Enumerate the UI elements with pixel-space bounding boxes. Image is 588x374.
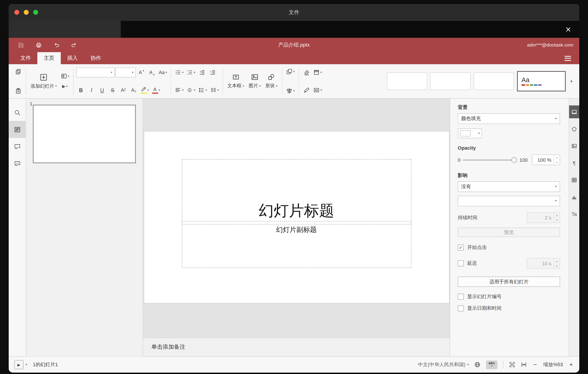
theme-gallery-expand-button[interactable]: ▾: [567, 79, 576, 83]
font-size-select[interactable]: ▾: [115, 67, 136, 77]
insert-textbox-button[interactable]: 文本框▾: [225, 72, 246, 90]
color-scheme-button[interactable]: ▾: [312, 67, 323, 78]
fit-to-width-button[interactable]: [521, 362, 527, 368]
image-settings-tab[interactable]: [569, 139, 579, 152]
align-objects-button[interactable]: ▾: [285, 86, 296, 96]
slide-thumbnail[interactable]: [33, 105, 136, 163]
theme-thumbnail[interactable]: [430, 72, 471, 90]
theme-thumbnail-selected[interactable]: Aa: [517, 71, 566, 91]
start-on-click-checkbox[interactable]: ✓: [458, 244, 464, 251]
duration-spinner[interactable]: 2 s ▴▾: [527, 212, 560, 223]
start-slideshow-status-button[interactable]: ▶: [14, 360, 23, 369]
clear-style-button[interactable]: [302, 67, 311, 78]
apply-to-all-slides-button[interactable]: 适用于所有幻灯片: [458, 277, 560, 287]
spinner-down-icon[interactable]: ▾: [554, 263, 560, 268]
show-date-time-checkbox[interactable]: [458, 305, 464, 311]
redo-button[interactable]: [68, 40, 80, 50]
effect-select[interactable]: 没有 ▾: [458, 181, 560, 192]
spinner-down-icon[interactable]: ▾: [554, 160, 560, 165]
traffic-light-minimize[interactable]: [24, 10, 29, 15]
columns-button[interactable]: ▾: [209, 85, 220, 95]
fill-color-select[interactable]: ▾: [458, 128, 482, 138]
slide[interactable]: 幻灯片标题 幻灯片副标题: [144, 132, 449, 303]
chart-settings-tab[interactable]: [569, 190, 579, 203]
paragraph-settings-tab[interactable]: ¶: [569, 156, 579, 169]
spinner-up-icon[interactable]: ▴: [554, 213, 560, 218]
menu-button[interactable]: [563, 54, 572, 62]
tab-collaboration[interactable]: 协作: [84, 52, 108, 64]
slide-subtitle-placeholder[interactable]: 幻灯片副标题: [182, 221, 411, 268]
table-settings-tab[interactable]: [569, 173, 579, 186]
copy-button[interactable]: [13, 66, 23, 77]
copy-style-button[interactable]: [302, 85, 311, 95]
slides-panel-button[interactable]: [9, 121, 26, 138]
slide-size-button[interactable]: ▾: [312, 85, 323, 95]
shape-settings-tab[interactable]: [569, 122, 579, 135]
background-fill-select[interactable]: 颜色填充 ▾: [458, 113, 560, 124]
opacity-spinner[interactable]: 100 % ▴▾: [532, 154, 560, 165]
theme-thumbnail[interactable]: [474, 72, 514, 90]
arrange-objects-button[interactable]: ▾: [285, 66, 296, 77]
zoom-out-button[interactable]: −: [533, 361, 538, 368]
chat-button[interactable]: [9, 155, 26, 172]
search-button[interactable]: [9, 104, 26, 121]
slide-title-placeholder[interactable]: 幻灯片标题: [182, 159, 411, 224]
save-button[interactable]: [15, 40, 27, 50]
decrease-font-button[interactable]: A▾: [147, 67, 157, 78]
delay-spinner[interactable]: 10 s ▴▾: [527, 258, 560, 269]
vertical-align-button[interactable]: ▾: [185, 85, 196, 95]
set-language-button[interactable]: [474, 362, 481, 368]
notes-area[interactable]: 单击添加备注: [143, 338, 450, 356]
traffic-light-zoom[interactable]: [33, 10, 38, 15]
underline-button[interactable]: U: [97, 85, 107, 95]
tab-insert[interactable]: 插入: [61, 52, 84, 64]
change-case-button[interactable]: Aa▾: [158, 67, 168, 78]
tab-home[interactable]: 主页: [37, 52, 61, 64]
slide-layout-button[interactable]: ▾: [59, 71, 70, 81]
spellcheck-toggle[interactable]: abc ✓: [486, 360, 497, 369]
subscript-button[interactable]: A₂: [129, 85, 139, 95]
fit-to-slide-button[interactable]: [509, 362, 515, 368]
show-slide-number-checkbox[interactable]: [458, 294, 464, 300]
superscript-button[interactable]: A²: [118, 85, 128, 95]
comments-button[interactable]: [9, 138, 26, 155]
effect-type-select[interactable]: ▾: [458, 196, 560, 206]
delay-checkbox[interactable]: [458, 260, 464, 266]
line-spacing-button[interactable]: ▾: [197, 85, 208, 95]
zoom-in-button[interactable]: +: [568, 361, 574, 368]
font-name-select[interactable]: ▾: [76, 67, 114, 77]
undo-button[interactable]: [50, 40, 62, 50]
insert-shape-button[interactable]: 形状▾: [263, 72, 279, 90]
print-button[interactable]: [32, 40, 44, 50]
theme-thumbnail[interactable]: [387, 72, 427, 90]
paste-button[interactable]: [13, 86, 23, 96]
language-select[interactable]: 中文(中华人民共和国) ▾: [418, 361, 469, 368]
traffic-light-close[interactable]: [14, 10, 19, 15]
spinner-down-icon[interactable]: ▾: [554, 218, 560, 222]
preview-button[interactable]: 预览: [458, 228, 560, 237]
tab-file[interactable]: 文件: [14, 52, 38, 64]
start-slideshow-button[interactable]: ▶ ▾: [59, 81, 70, 91]
spinner-up-icon[interactable]: ▴: [554, 258, 560, 263]
decrease-indent-button[interactable]: [197, 67, 207, 78]
highlight-color-button[interactable]: ▾: [139, 85, 150, 95]
strikeout-button[interactable]: S: [108, 85, 117, 95]
horizontal-align-button[interactable]: ▾: [174, 85, 185, 95]
slide-canvas-area[interactable]: 幻灯片标题 幻灯片副标题: [143, 99, 450, 338]
opacity-slider[interactable]: [463, 157, 517, 163]
insert-image-button[interactable]: 图片▾: [247, 72, 263, 90]
close-icon[interactable]: ×: [566, 25, 571, 34]
add-slide-button[interactable]: 添加幻灯片▾: [29, 72, 59, 90]
increase-font-button[interactable]: A▴: [136, 67, 146, 78]
font-color-button[interactable]: A ▾: [151, 85, 161, 95]
slide-settings-tab[interactable]: [569, 105, 579, 118]
italic-button[interactable]: I: [87, 85, 96, 95]
spinner-up-icon[interactable]: ▴: [554, 155, 560, 160]
increase-indent-button[interactable]: [208, 67, 218, 78]
slider-knob[interactable]: [512, 157, 517, 163]
bold-button[interactable]: B: [76, 85, 86, 95]
chevron-down-icon[interactable]: ▾: [26, 363, 27, 366]
numbering-button[interactable]: 12 ▾: [185, 67, 196, 78]
text-art-settings-tab[interactable]: Ta: [569, 207, 579, 220]
bullets-button[interactable]: ▾: [174, 67, 185, 78]
